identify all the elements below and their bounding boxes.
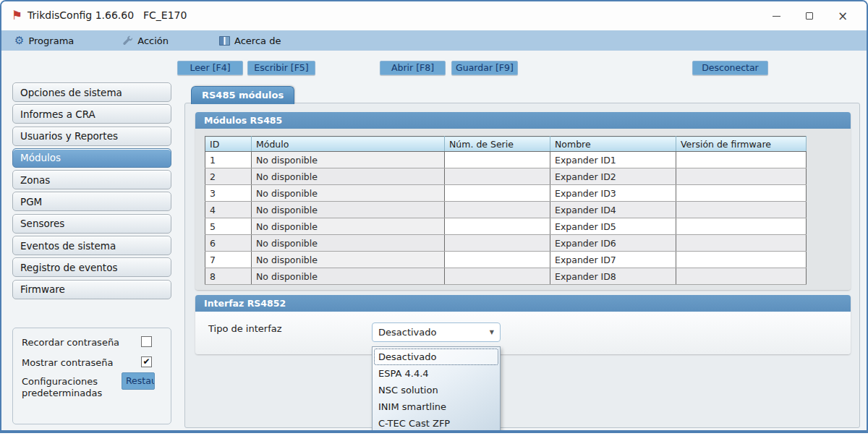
table-row: 4No disponibleExpander ID4 — [205, 202, 807, 218]
menu-item-acción[interactable]: Acción — [116, 30, 176, 51]
wrench-icon — [123, 35, 133, 46]
interface-group: Interfaz RS4852 Tipo de interfaz — [195, 295, 851, 354]
module-name-cell[interactable]: Expander ID8 — [550, 268, 676, 285]
window-title: TrikdisConfig 1.66.60 — [27, 9, 134, 21]
sidebar-item-eventos-de-sistema[interactable]: Eventos de sistema — [12, 236, 171, 255]
sidebar-item-opciones-de-sistema[interactable]: Opciones de sistema — [12, 82, 171, 102]
firmware-cell — [676, 185, 807, 202]
app-logo-icon: ⚑ — [12, 8, 22, 22]
module-status-cell: No disponible — [252, 268, 445, 285]
module-status-cell: No disponible — [252, 252, 445, 268]
main-content-panel: Módulos RS485 IDMóduloNúm. de SerieNombr… — [184, 103, 860, 428]
show-password-checkbox[interactable]: ✔ — [141, 356, 152, 367]
serial-cell — [445, 268, 550, 285]
sidebar-nav: Opciones de sistemaInformes a CRAUsuario… — [12, 82, 171, 302]
module-name-cell[interactable]: Expander ID7 — [550, 252, 676, 268]
close-button[interactable]: × — [826, 1, 859, 30]
modules-group-title: Módulos RS485 — [195, 112, 851, 129]
maximize-button[interactable] — [793, 1, 826, 30]
modules-group: Módulos RS485 IDMóduloNúm. de SerieNombr… — [195, 112, 851, 290]
module-id-cell: 5 — [205, 218, 252, 235]
show-password-label: Mostrar contraseña — [22, 357, 114, 368]
sidebar-item-usuarios-y-reportes[interactable]: Usuarios y Reportes — [12, 127, 171, 146]
firmware-cell — [676, 202, 807, 218]
save-button[interactable]: Guardar [F9] — [451, 61, 518, 75]
menu-item-acerca-de[interactable]: Acerca de — [212, 30, 288, 51]
module-status-cell: No disponible — [252, 185, 445, 202]
menu-bar: ⚙ProgramaAcciónAcerca de — [1, 30, 867, 51]
minimize-button[interactable] — [760, 1, 793, 30]
dropdown-option-c-tec-cast-zfp[interactable]: C-TEC Cast ZFP — [374, 415, 498, 432]
column-header-1: Módulo — [252, 137, 445, 152]
sidebar-item-módulos[interactable]: Módulos — [12, 148, 171, 168]
sidebar-item-pgm[interactable]: PGM — [12, 192, 171, 211]
module-id-cell: 3 — [205, 185, 252, 202]
module-name-cell[interactable]: Expander ID4 — [550, 202, 676, 218]
remember-password-checkbox[interactable] — [141, 336, 152, 347]
table-row: 1No disponibleExpander ID1 — [205, 152, 807, 168]
module-id-cell: 7 — [205, 252, 252, 268]
module-name-cell[interactable]: Expander ID2 — [550, 168, 676, 185]
module-name-cell[interactable]: Expander ID3 — [550, 185, 676, 202]
firmware-cell — [676, 268, 807, 285]
restore-defaults-button[interactable]: Restaur. — [122, 372, 155, 390]
column-header-3: Nombre — [550, 137, 676, 152]
interface-type-value: Desactivado — [378, 327, 436, 338]
interface-type-select[interactable]: Desactivado ▼ — [372, 322, 501, 342]
module-status-cell: No disponible — [252, 218, 445, 235]
interface-group-title: Interfaz RS4852 — [195, 295, 851, 312]
firmware-cell — [676, 252, 807, 268]
tab-rs485-modules[interactable]: RS485 módulos — [191, 86, 294, 104]
serial-cell — [445, 202, 550, 218]
firmware-cell — [676, 152, 807, 168]
disconnect-button[interactable]: Desconectar — [692, 61, 768, 75]
dropdown-option-desactivado[interactable]: Desactivado — [374, 349, 498, 365]
sidebar-item-registro-de-eventos[interactable]: Registro de eventos — [12, 257, 171, 277]
module-id-cell: 1 — [205, 152, 252, 168]
serial-cell — [445, 185, 550, 202]
title-bar: ⚑ TrikdisConfig 1.66.60 FC_E170 × — [1, 1, 867, 30]
firmware-cell — [676, 235, 807, 252]
interface-type-dropdown: DesactivadoESPA 4.4.4NSC solutionINIM sm… — [372, 346, 501, 433]
dropdown-option-nsc-solution[interactable]: NSC solution — [374, 382, 498, 398]
module-status-cell: No disponible — [252, 152, 445, 168]
serial-cell — [445, 218, 550, 235]
table-row: 7No disponibleExpander ID7 — [205, 252, 807, 268]
password-options-panel: Recordar contraseña Mostrar contraseña ✔… — [12, 328, 171, 424]
sidebar-item-zonas[interactable]: Zonas — [12, 170, 171, 189]
column-header-2: Núm. de Serie — [445, 137, 550, 152]
chevron-down-icon: ▼ — [490, 323, 494, 342]
serial-cell — [445, 252, 550, 268]
device-name: FC_E170 — [143, 9, 187, 21]
menu-item-programa[interactable]: ⚙Programa — [7, 30, 81, 51]
dropdown-option-espa-4-4-4[interactable]: ESPA 4.4.4 — [374, 365, 498, 382]
default-settings-label: Configuraciones predeterminadas — [22, 376, 116, 399]
serial-cell — [445, 235, 550, 252]
module-status-cell: No disponible — [252, 235, 445, 252]
table-row: 5No disponibleExpander ID5 — [205, 218, 807, 235]
dropdown-option-inim-smartline[interactable]: INIM smartline — [374, 398, 498, 415]
open-button[interactable]: Abrir [F8] — [380, 61, 446, 75]
read-button[interactable]: Leer [F4] — [177, 61, 243, 75]
table-header-row: IDMóduloNúm. de SerieNombreVersión de fi… — [205, 137, 807, 152]
write-button[interactable]: Escribir [F5] — [247, 61, 315, 75]
remember-password-label: Recordar contraseña — [22, 337, 119, 348]
table-row: 6No disponibleExpander ID6 — [205, 235, 807, 252]
module-name-cell[interactable]: Expander ID5 — [550, 218, 676, 235]
firmware-cell — [676, 168, 807, 185]
sidebar-item-firmware[interactable]: Firmware — [12, 280, 171, 299]
column-header-4: Versión de firmware — [676, 137, 807, 152]
module-name-cell[interactable]: Expander ID1 — [550, 152, 676, 168]
module-id-cell: 2 — [205, 168, 252, 185]
table-row: 3No disponibleExpander ID3 — [205, 185, 807, 202]
table-row: 8No disponibleExpander ID8 — [205, 268, 807, 285]
module-status-cell: No disponible — [252, 168, 445, 185]
module-name-cell[interactable]: Expander ID6 — [550, 235, 676, 252]
gear-icon: ⚙ — [14, 34, 24, 47]
book-icon — [219, 36, 230, 46]
sidebar-item-informes-a-cra[interactable]: Informes a CRA — [12, 104, 171, 124]
firmware-cell — [676, 218, 807, 235]
sidebar-item-sensores[interactable]: Sensores — [12, 214, 171, 234]
column-header-0: ID — [205, 137, 252, 152]
modules-table: IDMóduloNúm. de SerieNombreVersión de fi… — [205, 136, 807, 285]
